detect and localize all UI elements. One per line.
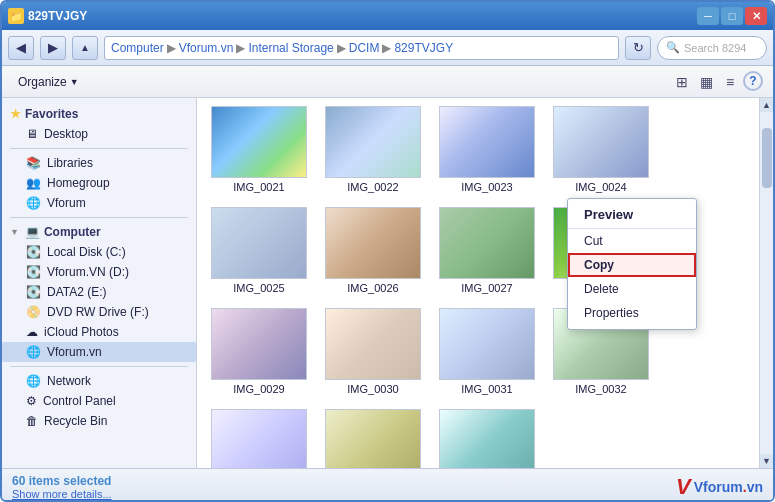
homegroup-icon: 👥 (26, 176, 41, 190)
thumbnail-item[interactable]: IMG_0033 (205, 405, 313, 468)
help-button[interactable]: ? (743, 71, 763, 91)
sidebar-item-libraries[interactable]: 📚 Libraries (2, 153, 196, 173)
scroll-down-arrow[interactable]: ▼ (760, 454, 774, 468)
sidebar-favorites-header[interactable]: ★ Favorites (2, 104, 196, 124)
context-delete[interactable]: Delete (568, 277, 696, 301)
thumbnail-item[interactable]: IMG_0031 (433, 304, 541, 399)
thumbnail-label: IMG_0030 (347, 383, 398, 395)
scrollbar-thumb[interactable] (762, 128, 772, 188)
vforum-icon: 🌐 (26, 196, 41, 210)
thumbnail-label: IMG_0022 (347, 181, 398, 193)
recycle-bin-icon: 🗑 (26, 414, 38, 428)
main-area: ★ Favorites 🖥 Desktop 📚 Libraries 👥 Home… (2, 98, 773, 468)
scroll-up-arrow[interactable]: ▲ (760, 98, 774, 112)
breadcrumb-dcim[interactable]: DCIM (349, 41, 380, 55)
thumbnail-item[interactable]: IMG_0035 (433, 405, 541, 468)
view-details-button[interactable]: ▦ (695, 71, 717, 93)
search-icon: 🔍 (666, 41, 680, 54)
status-left: 60 items selected Show more details... (12, 474, 112, 500)
breadcrumb-folder[interactable]: 829TVJGY (394, 41, 453, 55)
context-menu-header: Preview (568, 203, 696, 229)
vforum-logo: V Vforum.vn (676, 474, 763, 500)
disk-c-icon: 💽 (26, 245, 41, 259)
sidebar-item-desktop[interactable]: 🖥 Desktop (2, 124, 196, 144)
window-title: 829TVJGY (28, 9, 87, 23)
thumbnail-item[interactable]: IMG_0027 (433, 203, 541, 298)
thumbnail-item[interactable]: IMG_0023 (433, 102, 541, 197)
sidebar-item-icloud[interactable]: ☁ iCloud Photos (2, 322, 196, 342)
show-more-details-link[interactable]: Show more details... (12, 488, 112, 500)
desktop-icon: 🖥 (26, 127, 38, 141)
vforumvn-icon: 🌐 (26, 345, 41, 359)
title-bar-controls: ─ □ ✕ (697, 7, 767, 25)
refresh-button[interactable]: ↻ (625, 36, 651, 60)
thumbnail-label: IMG_0026 (347, 282, 398, 294)
thumbnail-label: IMG_0023 (461, 181, 512, 193)
status-right: V Vforum.vn (676, 474, 763, 500)
organize-button[interactable]: Organize ▼ (12, 72, 85, 92)
breadcrumb[interactable]: Computer ▶ Vforum.vn ▶ Internal Storage … (104, 36, 619, 60)
favorites-label: Favorites (25, 107, 78, 121)
sidebar-computer-header[interactable]: ▼ 💻 Computer (2, 222, 196, 242)
sidebar-item-homegroup[interactable]: 👥 Homegroup (2, 173, 196, 193)
thumbnail-item[interactable]: IMG_0026 (319, 203, 427, 298)
computer-icon: 💻 (25, 225, 40, 239)
up-button[interactable]: ▲ (72, 36, 98, 60)
thumbnail-label: IMG_0031 (461, 383, 512, 395)
maximize-button[interactable]: □ (721, 7, 743, 25)
logo-name: Vforum.vn (694, 479, 763, 495)
star-icon: ★ (10, 107, 21, 121)
back-button[interactable]: ◀ (8, 36, 34, 60)
thumbnail-item[interactable]: IMG_0034 (319, 405, 427, 468)
organize-label: Organize (18, 75, 67, 89)
dropdown-icon: ▼ (70, 77, 79, 87)
search-box[interactable]: 🔍 Search 8294 (657, 36, 767, 60)
sidebar-item-network[interactable]: 🌐 Network (2, 371, 196, 391)
status-count: 60 items selected (12, 474, 112, 488)
context-cut[interactable]: Cut (568, 229, 696, 253)
thumbnail-label: IMG_0032 (575, 383, 626, 395)
view-tiles-button[interactable]: ⊞ (671, 71, 693, 93)
sidebar-item-recycle-bin[interactable]: 🗑 Recycle Bin (2, 411, 196, 431)
close-button[interactable]: ✕ (745, 7, 767, 25)
breadcrumb-storage[interactable]: Internal Storage (248, 41, 333, 55)
vertical-scrollbar[interactable]: ▲ ▼ (759, 98, 773, 468)
thumbnail-item[interactable]: IMG_0022 (319, 102, 427, 197)
context-properties[interactable]: Properties (568, 301, 696, 325)
window-icon: 📁 (8, 8, 24, 24)
sidebar-item-data2e[interactable]: 💽 DATA2 (E:) (2, 282, 196, 302)
sidebar-item-vforumd[interactable]: 💽 Vforum.VN (D:) (2, 262, 196, 282)
libraries-icon: 📚 (26, 156, 41, 170)
thumbnail-label: IMG_0029 (233, 383, 284, 395)
thumbnail-item[interactable]: IMG_0021 (205, 102, 313, 197)
sidebar-item-localc[interactable]: 💽 Local Disk (C:) (2, 242, 196, 262)
sidebar-item-dvdf[interactable]: 📀 DVD RW Drive (F:) (2, 302, 196, 322)
dvd-icon: 📀 (26, 305, 41, 319)
sidebar-item-control-panel[interactable]: ⚙ Control Panel (2, 391, 196, 411)
sidebar-item-vforum[interactable]: 🌐 Vforum (2, 193, 196, 213)
disk-d-icon: 💽 (26, 265, 41, 279)
context-menu: Preview Cut Copy Delete Properties (567, 198, 697, 330)
search-placeholder: Search 8294 (684, 42, 746, 54)
forward-button[interactable]: ▶ (40, 36, 66, 60)
context-copy[interactable]: Copy (568, 253, 696, 277)
minimize-button[interactable]: ─ (697, 7, 719, 25)
thumbnail-label: IMG_0024 (575, 181, 626, 193)
thumbnail-item[interactable]: IMG_0030 (319, 304, 427, 399)
breadcrumb-vforum[interactable]: Vforum.vn (179, 41, 234, 55)
disk-e-icon: 💽 (26, 285, 41, 299)
network-icon: 🌐 (26, 374, 41, 388)
view-icons: ⊞ ▦ ≡ ? (671, 71, 763, 93)
icloud-icon: ☁ (26, 325, 38, 339)
thumbnail-item[interactable]: IMG_0024 (547, 102, 655, 197)
thumbnail-item[interactable]: IMG_0025 (205, 203, 313, 298)
thumbnail-label: IMG_0025 (233, 282, 284, 294)
breadcrumb-computer[interactable]: Computer (111, 41, 164, 55)
logo-v: V (676, 474, 691, 500)
thumbnail-item[interactable]: IMG_0029 (205, 304, 313, 399)
title-bar-left: 📁 829TVJGY (8, 8, 87, 24)
sidebar-item-vforumvn[interactable]: 🌐 Vforum.vn (2, 342, 196, 362)
view-list-button[interactable]: ≡ (719, 71, 741, 93)
title-bar: 📁 829TVJGY ─ □ ✕ (2, 2, 773, 30)
control-panel-icon: ⚙ (26, 394, 37, 408)
